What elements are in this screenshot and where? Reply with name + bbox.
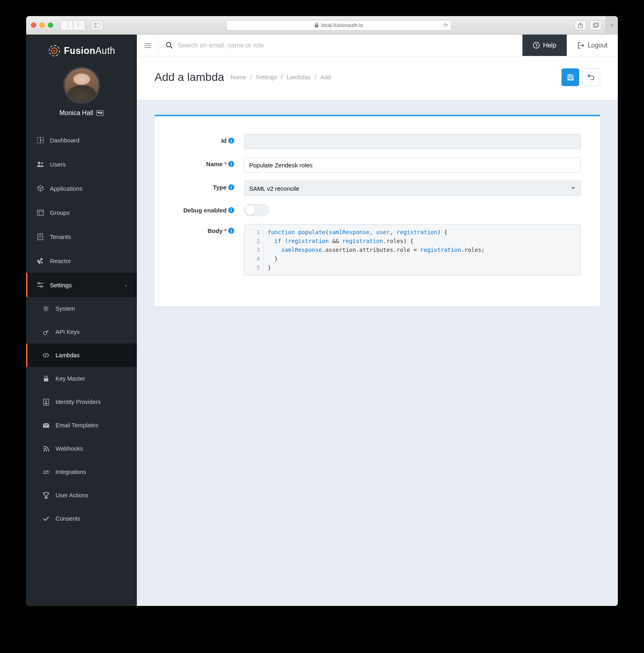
svg-rect-28 (44, 378, 48, 381)
svg-point-21 (39, 260, 41, 262)
svg-rect-14 (37, 210, 43, 215)
nav-tenants[interactable]: Tenants (26, 225, 137, 249)
crumb-home[interactable]: Home (231, 74, 246, 80)
nav-integrations[interactable]: Integrations (26, 460, 137, 484)
nav-webhooks[interactable]: Webhooks (26, 437, 137, 460)
new-tab-button[interactable]: ＋ (606, 16, 618, 35)
nav-label: Email Templates (56, 422, 98, 428)
nav-label: Key Master (56, 375, 85, 382)
help-button[interactable]: Help (522, 35, 567, 56)
search-input[interactable] (178, 42, 515, 49)
info-icon[interactable]: i (228, 207, 234, 213)
crumb-add: Add (320, 74, 331, 80)
nav-dashboard[interactable]: Dashboard (26, 128, 137, 152)
logo-icon (48, 44, 61, 57)
debug-toggle[interactable] (244, 204, 269, 216)
svg-line-37 (171, 47, 173, 49)
nav-system[interactable]: System (26, 297, 137, 320)
back-button[interactable]: 〈 (61, 21, 73, 30)
nav-applications[interactable]: Applications (26, 176, 137, 200)
name-field[interactable] (244, 157, 581, 173)
nav-consents[interactable]: Consents (26, 507, 137, 530)
close-window-icon[interactable] (31, 23, 36, 28)
svg-point-8 (54, 50, 55, 51)
reload-icon[interactable]: ⟳ (444, 22, 448, 28)
nav-label: User Actions (56, 492, 88, 499)
code-body[interactable]: function populate(samlResponse, user, re… (264, 225, 489, 275)
svg-rect-0 (94, 23, 100, 28)
logout-label: Logout (588, 42, 607, 49)
nav-label: Consents (56, 515, 80, 522)
code-editor[interactable]: 12345 function populate(samlResponse, us… (244, 224, 581, 276)
chevron-down-icon: ⌄ (124, 282, 128, 288)
crumb-lambdas[interactable]: Lambdas (287, 74, 311, 80)
nav-label: Webhooks (56, 445, 83, 452)
svg-rect-5 (594, 23, 599, 27)
nav-reactor[interactable]: Reactor (26, 249, 137, 273)
search-icon (166, 42, 173, 49)
nav-key-master[interactable]: Key Master (26, 367, 137, 390)
logout-button[interactable]: Logout (567, 35, 618, 56)
code-icon (42, 352, 50, 358)
topbar: Help Logout (137, 35, 618, 56)
type-value (244, 181, 581, 196)
minimize-window-icon[interactable] (39, 23, 45, 28)
nav-groups[interactable]: Groups (26, 200, 137, 225)
info-icon[interactable]: i (228, 228, 234, 234)
nav-label: Users (50, 161, 66, 168)
nav-api-keys[interactable]: API Keys (26, 320, 137, 344)
rss-icon (42, 446, 50, 452)
row-name: Name*i (174, 157, 581, 173)
nav-label: Groups (50, 209, 70, 216)
back-action-button[interactable] (582, 68, 600, 86)
applications-icon (36, 185, 44, 192)
nav-user-actions[interactable]: User Actions (26, 484, 137, 507)
save-icon (567, 74, 574, 81)
crumb-settings[interactable]: Settings (256, 74, 277, 80)
label-name: Name*i (174, 157, 234, 167)
nav-email-templates[interactable]: Email Templates (26, 414, 137, 437)
label-id: Idi (174, 134, 234, 144)
nav-identity-providers[interactable]: Identity Providers (26, 390, 137, 414)
id-card-icon[interactable] (96, 110, 103, 116)
info-icon[interactable]: i (228, 138, 234, 144)
label-debug: Debug enabledi (174, 207, 234, 214)
info-icon[interactable]: i (228, 184, 234, 190)
key-icon (42, 329, 50, 336)
info-icon[interactable]: i (228, 161, 234, 167)
nav-label: Lambdas (56, 352, 80, 358)
page-header: Add a lambda Home/ Settings/ Lambdas/ Ad… (137, 56, 618, 100)
breadcrumb: Home/ Settings/ Lambdas/ Add (231, 74, 331, 80)
url-bar[interactable]: local.fusionauth.io ⟳ (226, 20, 452, 31)
share-button[interactable] (574, 21, 586, 30)
nav-label: System (56, 305, 75, 312)
help-icon (533, 42, 540, 49)
row-id: Idi (174, 134, 581, 149)
forward-button[interactable]: 〉 (73, 21, 85, 30)
sidebar-toggle-button[interactable] (91, 21, 103, 30)
nav-settings[interactable]: Settings⌄ (26, 273, 137, 297)
maximize-window-icon[interactable] (48, 23, 53, 28)
type-select[interactable] (244, 181, 581, 196)
logout-icon (578, 42, 584, 49)
nav-label: Identity Providers (56, 399, 101, 405)
row-body: Body*i 12345 function populate(samlRespo… (174, 224, 581, 276)
profile-block: Monica Hall (26, 64, 137, 128)
identity-icon (42, 399, 50, 406)
avatar[interactable] (63, 67, 100, 104)
dashboard-icon (36, 137, 44, 143)
check-icon (42, 516, 50, 521)
nav-label: Integrations (56, 469, 86, 475)
nav-list: Dashboard Users Applications Groups Tena… (26, 128, 137, 530)
label-type: Typei (174, 181, 234, 191)
svg-point-12 (38, 162, 40, 164)
undo-icon (588, 74, 595, 80)
id-field[interactable] (244, 134, 581, 149)
nav-users[interactable]: Users (26, 152, 137, 176)
form-card: Idi Name*i Typei (155, 115, 600, 306)
nav-lambdas[interactable]: Lambdas (26, 344, 137, 367)
tabs-button[interactable] (590, 21, 602, 30)
save-button[interactable] (561, 68, 579, 86)
collapse-sidebar-button[interactable] (137, 35, 159, 56)
svg-point-30 (45, 400, 47, 402)
